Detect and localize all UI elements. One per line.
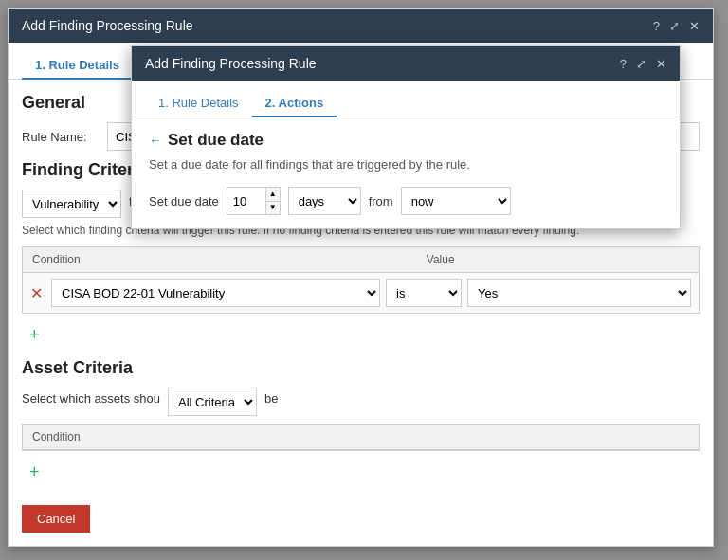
from-label: from <box>369 194 393 208</box>
criteria-remove-btn[interactable]: ✕ <box>30 284 46 302</box>
front-tab-actions[interactable]: 2. Actions <box>252 90 337 117</box>
front-modal: Add Finding Processing Rule ? ⤢ ✕ 1. Rul… <box>131 45 681 229</box>
front-tab-rule-details[interactable]: 1. Rule Details <box>145 90 252 117</box>
main-modal-header: Add Finding Processing Rule ? ⤢ ✕ <box>9 9 713 43</box>
condition-select-0[interactable]: CISA BOD 22-01 Vulnerability <box>51 279 380 307</box>
due-date-number-input[interactable] <box>228 188 265 214</box>
spinner-down-btn[interactable]: ▼ <box>266 202 280 215</box>
asset-condition-col: Condition <box>32 430 81 443</box>
asset-desc2: be <box>264 391 278 406</box>
asset-table-header: Condition <box>23 425 699 450</box>
rule-name-label: Rule Name: <box>22 130 98 144</box>
period-select[interactable]: days weeks months <box>288 187 361 215</box>
front-expand-icon[interactable]: ⤢ <box>636 57 646 71</box>
criteria-table-header: Condition Value <box>23 247 699 273</box>
front-help-icon[interactable]: ? <box>620 57 627 71</box>
front-modal-body: ← Set due date Set a due date for all fi… <box>132 117 680 228</box>
set-due-date-title: ← Set due date <box>149 131 663 150</box>
value-select-0[interactable]: Yes <box>467 279 691 307</box>
criteria-row-0: ✕ CISA BOD 22-01 Vulnerability is Yes <box>23 273 699 313</box>
main-modal-title: Add Finding Processing Rule <box>22 18 193 33</box>
help-icon[interactable]: ? <box>653 19 660 33</box>
tab-rule-details[interactable]: 1. Rule Details <box>22 52 133 80</box>
asset-criteria-section: Asset Criteria Select which assets shou … <box>22 358 700 486</box>
cancel-button[interactable]: Cancel <box>22 505 90 533</box>
all-criteria-select[interactable]: All Criteria <box>168 388 257 416</box>
due-date-row: Set due date ▲ ▼ days weeks months from … <box>149 187 663 215</box>
front-tab-actions-label: 2. Actions <box>265 96 324 110</box>
front-modal-title: Add Finding Processing Rule <box>145 56 317 71</box>
set-due-date-heading: Set due date <box>168 131 264 150</box>
add-criteria-btn[interactable]: + <box>22 321 47 349</box>
front-tab-rule-details-label: 1. Rule Details <box>158 96 239 110</box>
add-asset-criteria-btn[interactable]: + <box>22 459 47 486</box>
asset-desc: Select which assets shou <box>22 391 160 406</box>
asset-criteria-row: Select which assets shou All Criteria be <box>22 388 700 416</box>
main-modal-header-icons: ? ⤢ ✕ <box>653 19 700 33</box>
due-date-number-wrap: ▲ ▼ <box>227 187 281 215</box>
condition-col-header: Condition <box>32 253 427 266</box>
close-icon[interactable]: ✕ <box>689 19 700 33</box>
expand-icon[interactable]: ⤢ <box>669 19 680 33</box>
due-date-label: Set due date <box>149 194 219 208</box>
set-due-date-desc: Set a due date for all findings that are… <box>149 157 663 172</box>
spinner-up-btn[interactable]: ▲ <box>266 188 280 202</box>
asset-criteria-title: Asset Criteria <box>22 358 700 378</box>
front-close-icon[interactable]: ✕ <box>656 57 666 71</box>
front-modal-header: Add Finding Processing Rule ? ⤢ ✕ <box>132 46 680 81</box>
finding-type-select[interactable]: Vulnerability <box>22 190 121 218</box>
front-modal-tabs: 1. Rule Details 2. Actions <box>132 81 680 117</box>
from-select[interactable]: now detection date <box>401 187 511 215</box>
asset-table: Condition <box>22 424 700 451</box>
operator-select-0[interactable]: is <box>386 279 462 307</box>
due-date-spinner: ▲ ▼ <box>265 188 280 214</box>
form-actions: Cancel <box>22 496 700 533</box>
back-arrow-icon[interactable]: ← <box>149 133 162 148</box>
front-modal-header-icons: ? ⤢ ✕ <box>620 57 666 71</box>
tab-rule-details-label: 1. Rule Details <box>35 58 119 72</box>
value-col-header: Value <box>427 253 689 266</box>
criteria-table: Condition Value ✕ CISA BOD 22-01 Vulnera… <box>22 246 700 314</box>
